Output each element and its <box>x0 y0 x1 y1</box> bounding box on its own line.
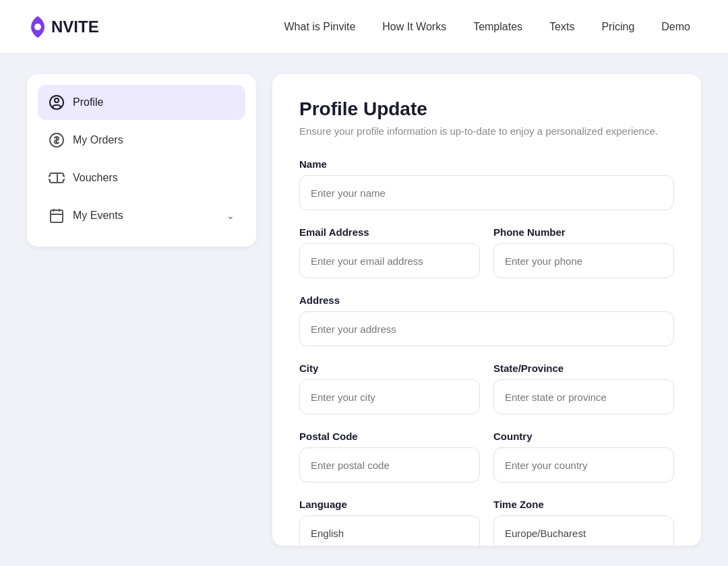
email-phone-row: Email Address Phone Number <box>299 226 674 278</box>
calendar-icon <box>49 208 65 224</box>
sidebar-label-profile: Profile <box>73 96 103 108</box>
address-section: Address <box>299 294 674 346</box>
language-label: Language <box>299 499 480 510</box>
svg-rect-4 <box>51 210 63 222</box>
phone-label: Phone Number <box>493 226 674 238</box>
timezone-group: Time Zone Europe/Bucharest America/New_Y… <box>493 499 674 546</box>
nav-what-is-pinvite[interactable]: What is Pinvite <box>274 15 367 38</box>
email-group: Email Address <box>299 226 480 278</box>
sidebar-item-vouchers[interactable]: Vouchers <box>38 160 245 195</box>
name-group: Name <box>299 158 674 210</box>
language-select[interactable]: English French Spanish German <box>299 515 480 546</box>
email-input[interactable] <box>299 243 480 278</box>
city-label: City <box>299 363 480 374</box>
postal-country-row: Postal Code Country <box>299 431 674 482</box>
svg-point-2 <box>55 98 59 102</box>
state-input[interactable] <box>493 379 674 414</box>
nav-templates[interactable]: Templates <box>462 15 533 38</box>
main-nav: What is Pinvite How It Works Templates T… <box>274 15 702 38</box>
page-layout: Profile My Orders Vouchers My Events <box>0 54 728 566</box>
email-label: Email Address <box>299 226 480 238</box>
name-section: Name <box>299 158 674 210</box>
dollar-circle-icon <box>49 132 65 148</box>
language-group: Language English French Spanish German <box>299 499 480 546</box>
logo-text: NVITE <box>51 18 99 36</box>
timezone-select[interactable]: Europe/Bucharest America/New_York Americ… <box>493 515 674 546</box>
sidebar-item-my-orders[interactable]: My Orders <box>38 123 245 158</box>
sidebar-item-profile[interactable]: Profile <box>38 85 245 120</box>
address-input[interactable] <box>299 311 674 346</box>
main-content: Profile Update Ensure your profile infor… <box>272 74 701 546</box>
page-subtitle: Ensure your profile information is up-to… <box>299 125 674 137</box>
language-timezone-row: Language English French Spanish German T… <box>299 499 674 546</box>
name-input[interactable] <box>299 175 674 210</box>
country-input[interactable] <box>493 447 674 482</box>
nav-how-it-works[interactable]: How It Works <box>371 15 457 38</box>
sidebar: Profile My Orders Vouchers My Events <box>27 74 256 247</box>
country-label: Country <box>493 431 674 442</box>
chevron-down-icon: ⌄ <box>226 210 235 221</box>
phone-group: Phone Number <box>493 226 674 278</box>
postal-group: Postal Code <box>299 431 480 482</box>
state-group: State/Province <box>493 363 674 414</box>
city-input[interactable] <box>299 379 480 414</box>
state-label: State/Province <box>493 363 674 374</box>
postal-input[interactable] <box>299 447 480 482</box>
address-label: Address <box>299 294 674 306</box>
user-circle-icon <box>49 94 65 111</box>
city-group: City <box>299 363 480 414</box>
logo[interactable]: NVITE <box>27 15 99 39</box>
sidebar-item-my-events[interactable]: My Events ⌄ <box>38 198 245 233</box>
sidebar-label-my-events: My Events <box>73 210 123 222</box>
postal-label: Postal Code <box>299 431 480 442</box>
header: NVITE What is Pinvite How It Works Templ… <box>0 0 728 54</box>
ticket-icon <box>49 170 65 186</box>
phone-input[interactable] <box>493 243 674 278</box>
nav-demo[interactable]: Demo <box>650 15 701 38</box>
timezone-label: Time Zone <box>493 499 674 510</box>
page-title: Profile Update <box>299 98 674 120</box>
sidebar-label-vouchers: Vouchers <box>73 172 118 184</box>
city-state-row: City State/Province <box>299 363 674 414</box>
nav-texts[interactable]: Texts <box>539 15 585 38</box>
address-group: Address <box>299 294 674 346</box>
svg-point-0 <box>34 24 41 30</box>
name-label: Name <box>299 158 674 170</box>
nav-pricing[interactable]: Pricing <box>590 15 645 38</box>
sidebar-label-my-orders: My Orders <box>73 134 123 146</box>
country-group: Country <box>493 431 674 482</box>
